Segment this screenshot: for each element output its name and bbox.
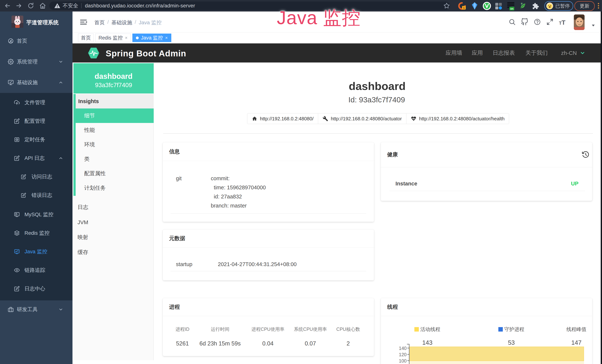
chevron-down-icon bbox=[58, 307, 63, 312]
security-label[interactable]: 不安全 bbox=[63, 2, 78, 9]
chart-y-tick-mark bbox=[407, 348, 409, 348]
hamburger-icon[interactable] bbox=[80, 18, 87, 26]
sba-menu-item-logs[interactable]: 日志 bbox=[74, 200, 154, 214]
reload-icon[interactable] bbox=[27, 2, 34, 9]
sba-instance-block[interactable]: dashboard 93a3fc7f7409 bbox=[74, 63, 154, 94]
app-logo[interactable] bbox=[11, 16, 23, 28]
font-size-icon[interactable]: TT bbox=[559, 19, 566, 26]
browser-menu-kebab-icon[interactable] bbox=[595, 2, 602, 10]
sidebar-item-infra[interactable]: 基础设施 bbox=[0, 73, 73, 92]
sidebar-item-api-log[interactable]: API 日志 bbox=[0, 149, 73, 167]
breadcrumb-item[interactable]: 首页 bbox=[94, 19, 105, 26]
process-card-title: 进程 bbox=[169, 303, 180, 311]
sidebar-item-access-log[interactable]: 访问日志 bbox=[0, 167, 73, 186]
sidebar-item-mysql[interactable]: MySQL 监控 bbox=[0, 205, 73, 224]
sba-app-name: dashboard bbox=[74, 72, 154, 80]
tab-java-monitor[interactable]: Java 监控 × bbox=[132, 33, 171, 42]
sba-menu-item-jvm[interactable]: JVM bbox=[74, 215, 154, 230]
tab-home[interactable]: 首页 bbox=[78, 33, 94, 42]
sba-language-select[interactable]: zh-CN bbox=[561, 43, 585, 63]
sidebar-item-tracing[interactable]: 链路追踪 bbox=[0, 261, 73, 279]
sidebar-item-error-log[interactable]: 错误日志 bbox=[0, 186, 73, 204]
sba-menu-item-classes[interactable]: 类 bbox=[74, 152, 154, 166]
sba-nav-about[interactable]: 关于我们 bbox=[526, 43, 548, 63]
extension-list-on-icon[interactable]: on bbox=[506, 1, 515, 11]
close-icon[interactable]: × bbox=[165, 36, 168, 40]
breadcrumb-separator: / bbox=[135, 19, 136, 26]
sba-logo[interactable] bbox=[88, 47, 100, 59]
sba-brand-title[interactable]: Spring Boot Admin bbox=[106, 48, 186, 58]
bookmark-star-icon[interactable] bbox=[443, 3, 450, 9]
sba-nav-journal[interactable]: 日志报表 bbox=[493, 43, 515, 63]
fullscreen-icon[interactable] bbox=[546, 18, 553, 25]
sba-menu-item-config-props[interactable]: 配置属性 bbox=[74, 166, 154, 181]
sidebar-item-system[interactable]: 系统管理 bbox=[0, 53, 73, 71]
edit-icon bbox=[21, 174, 26, 179]
profile-avatar-emoji bbox=[546, 2, 553, 10]
extension-orange-icon[interactable]: 1 bbox=[458, 2, 466, 10]
sidebar-item-label: 文件管理 bbox=[24, 99, 45, 106]
forward-icon[interactable] bbox=[16, 2, 22, 9]
profile-paused-pill[interactable]: 已暂停 bbox=[544, 1, 573, 11]
health-row-divider bbox=[389, 191, 585, 191]
sba-menu-item-caches[interactable]: 缓存 bbox=[74, 245, 154, 260]
sidebar-item-config[interactable]: 配置管理 bbox=[0, 112, 73, 130]
user-avatar[interactable] bbox=[574, 14, 585, 30]
sidebar-item-log-center[interactable]: 日志中心 bbox=[0, 279, 73, 298]
extension-gem-icon[interactable] bbox=[471, 2, 478, 10]
sidebar-item-label: 系统管理 bbox=[17, 58, 38, 65]
edit-icon bbox=[14, 155, 20, 161]
extension-green-circle-icon[interactable] bbox=[483, 1, 491, 11]
breadcrumb-item[interactable]: 基础设施 bbox=[111, 19, 132, 26]
history-icon[interactable] bbox=[582, 151, 590, 159]
sba-menu-item-mappings[interactable]: 映射 bbox=[74, 230, 154, 245]
chevron-up-icon bbox=[58, 156, 63, 161]
sidebar-item-redis[interactable]: Redis 监控 bbox=[0, 224, 73, 242]
edit-icon bbox=[21, 193, 26, 198]
instance-link-root[interactable]: http://192.168.0.2:48080/ bbox=[247, 113, 318, 124]
chevron-up-icon bbox=[58, 80, 63, 85]
instance-link-actuator[interactable]: http://192.168.0.2:48080/actuator bbox=[318, 113, 406, 124]
sidebar-item-jobs[interactable]: 定时任务 bbox=[0, 130, 73, 149]
extensions-puzzle-icon[interactable] bbox=[531, 2, 539, 10]
process-col-header: CPU核心数 bbox=[336, 327, 360, 332]
security-warning-icon[interactable] bbox=[54, 3, 60, 9]
sidebar-item-home[interactable]: 首页 bbox=[0, 32, 73, 50]
close-icon[interactable]: × bbox=[125, 36, 128, 40]
extension-badge-one: 1 bbox=[463, 6, 465, 10]
update-button[interactable]: 更新 bbox=[574, 1, 595, 11]
legend-daemon-threads: 守护进程 53 bbox=[498, 327, 524, 346]
sidebar-item-dev-tools[interactable]: 研发工具 bbox=[0, 300, 73, 319]
app-sidebar: 芋道管理系统 首页 系统管理 基础设施 文件管理 配置管理 bbox=[0, 11, 73, 364]
sba-menu-item-environment[interactable]: 环境 bbox=[74, 137, 154, 152]
tab-redis-monitor[interactable]: Redis 监控 × bbox=[95, 33, 131, 42]
chevron-down-icon bbox=[58, 59, 63, 64]
search-icon[interactable] bbox=[509, 18, 516, 25]
process-col-value: 0.07 bbox=[294, 341, 327, 347]
threads-area-chart bbox=[409, 347, 584, 361]
sba-nav-applications-wall[interactable]: 应用墙 bbox=[446, 43, 462, 63]
caret-down-icon[interactable] bbox=[591, 23, 596, 28]
url-text[interactable]: dashboard.yudao.iocoder.cn/infra/admin-s… bbox=[85, 3, 195, 9]
instance-link-health[interactable]: http://192.168.0.2:48080/actuator/health bbox=[406, 113, 509, 124]
tab-label: 首页 bbox=[81, 34, 91, 41]
extension-grid-icon[interactable] bbox=[495, 2, 502, 10]
address-bar[interactable]: 不安全 dashboard.yudao.iocoder.cn/infra/adm… bbox=[49, 1, 450, 10]
sba-nav-applications[interactable]: 应用 bbox=[472, 43, 483, 63]
home-icon[interactable] bbox=[39, 2, 46, 9]
health-row-label: Instance bbox=[396, 181, 417, 187]
app-title[interactable]: 芋道管理系统 bbox=[26, 19, 59, 26]
back-icon[interactable] bbox=[4, 2, 11, 9]
sba-menu-item-metrics[interactable]: 性能 bbox=[74, 123, 154, 137]
extension-leaf-icon[interactable] bbox=[519, 2, 527, 10]
sidebar-item-java-monitor[interactable]: Java 监控 bbox=[0, 242, 73, 261]
help-icon[interactable] bbox=[534, 18, 541, 25]
chart-y-tick-mark bbox=[407, 354, 409, 354]
monitor-icon bbox=[8, 80, 14, 86]
sba-menu-item-scheduled-tasks[interactable]: 计划任务 bbox=[74, 181, 154, 195]
legend-entry: 线程峰值 bbox=[566, 327, 586, 332]
sidebar-item-files[interactable]: 文件管理 bbox=[0, 93, 73, 112]
github-icon[interactable] bbox=[521, 18, 528, 26]
sba-menu-item-details[interactable]: 细节 bbox=[74, 108, 154, 123]
threads-card-header: 线程 bbox=[381, 298, 592, 316]
